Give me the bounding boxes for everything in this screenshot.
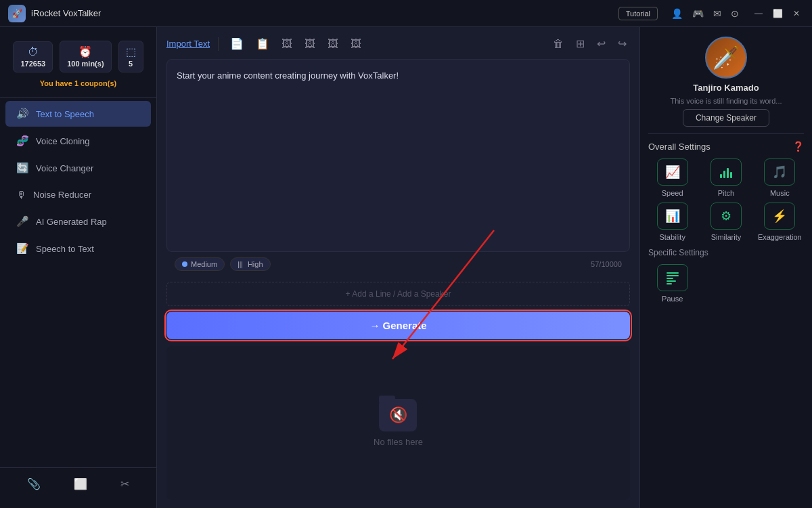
- tutorial-button[interactable]: Tutorial: [618, 7, 658, 20]
- high-badge[interactable]: ||| High: [230, 257, 270, 271]
- setting-music[interactable]: 🎵 Music: [756, 158, 804, 197]
- sidebar: ⏱ 172653 ⏰ 100 min(s) ⬚ 5 You have 1 cou…: [0, 27, 157, 508]
- svg-rect-8: [667, 283, 672, 284]
- medium-badge-label: Medium: [191, 260, 217, 268]
- avatar-section: 🗡️ Tanjiro Kamado This voice is still fi…: [648, 37, 804, 134]
- svg-rect-2: [727, 168, 729, 178]
- maximize-button[interactable]: ⬜: [769, 7, 786, 20]
- setting-speed[interactable]: 📈 Speed: [648, 158, 696, 197]
- attachment-icon[interactable]: 📎: [24, 475, 43, 493]
- right-panel: 🗡️ Tanjiro Kamado This voice is still fi…: [639, 27, 812, 508]
- stat-count: ⬚ 5: [118, 41, 143, 72]
- specific-settings-grid: Pause: [648, 264, 804, 303]
- svg-rect-3: [730, 172, 732, 178]
- medium-badge[interactable]: Medium: [175, 257, 225, 271]
- split-icon[interactable]: ⊞: [572, 35, 588, 52]
- sidebar-item-tts[interactable]: 🔊 Text to Speech: [5, 101, 151, 127]
- editor-content: Start your anime content creating journe…: [177, 70, 399, 81]
- setting-stability[interactable]: 📊 Stability: [648, 203, 696, 241]
- stt-icon: 📝: [16, 242, 29, 255]
- sidebar-bottom: 📎 ⬜ ✂: [0, 467, 156, 500]
- stability-icon: 📊: [657, 203, 688, 230]
- exaggeration-icon: ⚡: [764, 203, 795, 230]
- svg-rect-6: [667, 278, 673, 279]
- minimize-button[interactable]: —: [750, 7, 767, 20]
- window-controls: — ⬜ ✕: [750, 7, 805, 20]
- display-icon[interactable]: ⬜: [71, 475, 90, 493]
- files-area: 🔇 No files here: [166, 346, 630, 500]
- count-value: 5: [126, 60, 136, 68]
- exaggeration-label: Exaggeration: [758, 233, 802, 241]
- sidebar-item-noise-label: Noise Reducer: [33, 190, 91, 200]
- bmp-icon[interactable]: 🖼: [324, 36, 342, 52]
- setting-similarity[interactable]: ⚙ Similarity: [702, 203, 750, 241]
- svg-rect-1: [723, 171, 725, 178]
- undo-icon[interactable]: ↩: [593, 35, 609, 52]
- avatar: 🗡️: [705, 37, 747, 79]
- user-icon[interactable]: 👤: [669, 7, 685, 20]
- characters-value: 172653: [20, 60, 45, 68]
- app-body: ⏱ 172653 ⏰ 100 min(s) ⬚ 5 You have 1 cou…: [0, 27, 812, 508]
- sidebar-item-rap-label: AI Generated Rap: [36, 217, 107, 227]
- pdf-icon[interactable]: 📋: [252, 35, 273, 52]
- app-title: iRocket VoxTalker: [31, 8, 101, 18]
- mail-icon[interactable]: ✉: [710, 7, 724, 20]
- music-label: Music: [770, 189, 790, 197]
- speed-label: Speed: [662, 189, 683, 197]
- minutes-icon: ⏰: [67, 45, 104, 58]
- ai-rap-icon: 🎤: [16, 215, 29, 228]
- change-speaker-button[interactable]: Change Speaker: [683, 109, 769, 127]
- redo-icon[interactable]: ↪: [614, 35, 630, 52]
- gamepad-icon[interactable]: 🎮: [690, 7, 706, 20]
- tts-icon: 🔊: [16, 108, 29, 120]
- doc-icon[interactable]: 📄: [227, 35, 247, 52]
- noise-reducer-icon: 🎙: [16, 189, 26, 200]
- add-line-text: + Add a Line / Add a Speaker: [346, 289, 451, 299]
- stability-label: Stability: [659, 233, 685, 241]
- svg-rect-5: [667, 275, 679, 276]
- overall-settings-title: Overall Settings: [648, 142, 710, 152]
- high-badge-icon: |||: [238, 261, 243, 268]
- cut-icon[interactable]: ✂: [118, 475, 132, 493]
- jpg-icon[interactable]: 🖼: [278, 36, 296, 52]
- minutes-value: 100 min(s): [67, 60, 104, 68]
- titlebar-controls: Tutorial 👤 🎮 ✉ ⊙ — ⬜ ✕: [618, 7, 805, 20]
- generate-button[interactable]: → Generate: [166, 312, 630, 339]
- avatar-subtitle: This voice is still finding its word...: [670, 97, 782, 105]
- delete-icon[interactable]: 🗑: [549, 36, 567, 52]
- svg-rect-7: [667, 280, 676, 282]
- sidebar-item-voice-changer[interactable]: 🔄 Voice Changer: [5, 155, 151, 181]
- sidebar-item-ai-rap[interactable]: 🎤 AI Generated Rap: [5, 209, 151, 234]
- avatar-emoji: 🗡️: [713, 45, 740, 70]
- import-text-button[interactable]: Import Text: [166, 39, 210, 49]
- medium-badge-dot: [182, 261, 187, 267]
- add-line-bar[interactable]: + Add a Line / Add a Speaker: [166, 282, 630, 306]
- png-icon[interactable]: 🖼: [301, 36, 319, 52]
- sidebar-item-noise-reducer[interactable]: 🎙 Noise Reducer: [5, 182, 151, 207]
- voice-changer-icon: 🔄: [16, 162, 29, 174]
- sidebar-item-stt[interactable]: 📝 Speech to Text: [5, 236, 151, 261]
- specific-settings-title: Specific Settings: [648, 248, 804, 257]
- app-logo: 🚀: [8, 5, 26, 22]
- svg-rect-4: [667, 272, 679, 274]
- editor-area[interactable]: Start your anime content creating journe…: [166, 59, 630, 252]
- char-count: 57/10000: [591, 260, 622, 268]
- settings-grid: 📈 Speed Pitch 🎵 Music 📊: [648, 158, 804, 241]
- close-button[interactable]: ✕: [788, 7, 805, 20]
- specific-pause[interactable]: Pause: [648, 264, 696, 303]
- sidebar-item-changer-label: Voice Changer: [36, 163, 93, 173]
- sidebar-item-tts-label: Text to Speech: [36, 109, 94, 119]
- tiff-icon[interactable]: 🖼: [347, 36, 365, 52]
- pitch-label: Pitch: [718, 189, 734, 197]
- setting-exaggeration[interactable]: ⚡ Exaggeration: [756, 203, 804, 241]
- pause-icon: [657, 264, 688, 291]
- help-icon[interactable]: ❓: [792, 141, 804, 152]
- coupon-text: You have 1 coupon(s): [0, 75, 156, 94]
- count-icon: ⬚: [126, 45, 136, 58]
- characters-icon: ⏱: [20, 46, 45, 58]
- settings-icon[interactable]: ⊙: [728, 7, 742, 20]
- sidebar-item-voice-cloning[interactable]: 🧬 Voice Cloning: [5, 128, 151, 154]
- setting-pitch[interactable]: Pitch: [702, 158, 750, 197]
- toolbar-separator: [218, 37, 219, 51]
- stat-minutes: ⏰ 100 min(s): [60, 41, 111, 72]
